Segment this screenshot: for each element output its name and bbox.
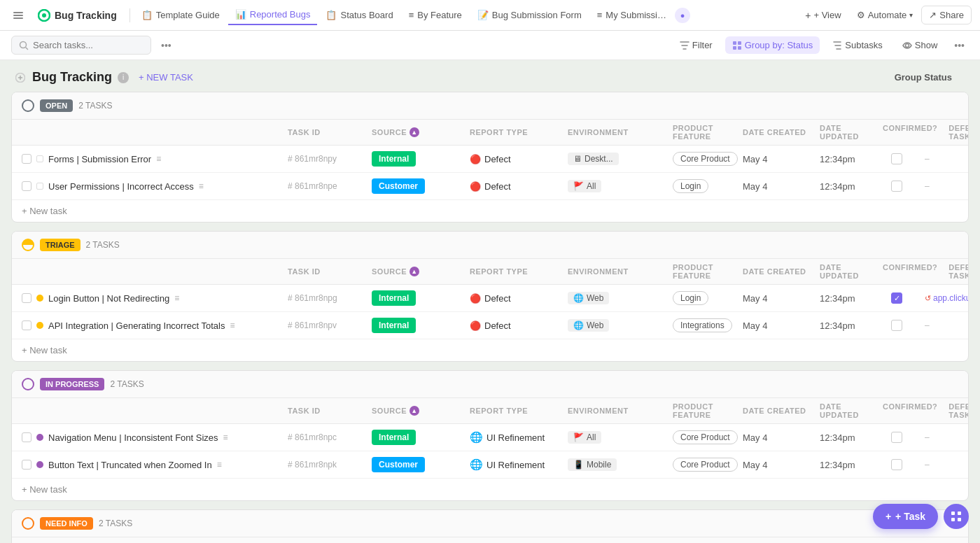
- task-product-feature-cell: Core Product: [673, 458, 743, 472]
- task-report-type-cell: 🔴 Defect: [470, 181, 568, 192]
- task-date-created-cell: May 4: [743, 432, 820, 443]
- task-source-cell: Internal: [372, 151, 470, 167]
- search-input[interactable]: [33, 40, 131, 50]
- tab-label-template-guide: Template Guide: [156, 10, 220, 20]
- group-header-triage: TRIAGE 2 TASKS: [12, 232, 968, 259]
- confirmed-checkbox[interactable]: [891, 432, 902, 443]
- filter-btn[interactable]: Filter: [673, 36, 720, 54]
- confirmed-checkbox[interactable]: [891, 181, 902, 192]
- group-toggle-inprogress[interactable]: [22, 378, 34, 390]
- task-checkbox[interactable]: [22, 181, 31, 191]
- info-icon[interactable]: i: [118, 72, 129, 83]
- add-view-btn[interactable]: + + View: [798, 6, 848, 24]
- group-toggle-triage[interactable]: [22, 239, 34, 251]
- defect-task-link[interactable]: ↺app.clickup.com: [925, 293, 969, 303]
- task-menu-icon[interactable]: ≡: [174, 293, 179, 303]
- toolbar-more-btn[interactable]: •••: [950, 37, 969, 54]
- defect-task-dash: –: [925, 432, 930, 442]
- confirmed-checkbox[interactable]: [891, 320, 902, 331]
- task-date-updated-cell: 12:34pm: [820, 320, 883, 331]
- svg-rect-0: [13, 12, 23, 13]
- subtasks-btn[interactable]: Subtasks: [825, 36, 889, 54]
- search-box[interactable]: [11, 36, 151, 55]
- more-options-btn[interactable]: •••: [157, 37, 176, 54]
- automate-btn[interactable]: ⚙ Automate ▾: [850, 6, 920, 24]
- group-status-badge-inprogress: IN PROGRESS: [40, 378, 104, 390]
- task-name-cell: User Permissions | Incorrect Access ≡: [22, 181, 288, 192]
- report-type-label: UI Refinement: [486, 432, 545, 443]
- emoji-grid-btn[interactable]: [944, 504, 969, 529]
- report-type-icon: 🌐: [470, 431, 483, 444]
- priority-dot: [36, 295, 43, 302]
- group-task-count-triage: 2 TASKS: [86, 240, 120, 250]
- task-checkbox[interactable]: [22, 320, 31, 330]
- task-menu-icon[interactable]: ≡: [156, 154, 161, 164]
- task-date-updated-cell: 12:34pm: [820, 432, 883, 443]
- new-task-btn[interactable]: + NEW TASK: [134, 70, 197, 85]
- defect-task-dash: –: [925, 320, 930, 330]
- feature-tag: Core Product: [673, 430, 738, 444]
- task-date-updated-cell: 12:34pm: [820, 154, 883, 164]
- tab-label-status-board: Status Board: [340, 10, 393, 20]
- task-checkbox[interactable]: [22, 432, 31, 442]
- tab-by-feature[interactable]: ≡ By Feature: [402, 6, 469, 24]
- grid-icon: [951, 511, 962, 522]
- source-sort-icon[interactable]: ▲: [410, 406, 419, 416]
- new-task-row-inprogress[interactable]: + New task: [12, 479, 968, 500]
- tab-my-submissions[interactable]: ≡ My Submissi…: [590, 6, 673, 24]
- task-report-type-cell: 🔴 Defect: [470, 293, 568, 304]
- task-menu-icon[interactable]: ≡: [217, 460, 222, 470]
- task-menu-icon[interactable]: ≡: [223, 432, 228, 442]
- group-toggle-needinfo[interactable]: [22, 517, 34, 530]
- col-reporttype-header: REPORT TYPE: [470, 407, 568, 415]
- new-task-row-open[interactable]: + New task: [12, 200, 968, 222]
- new-task-label: + NEW TASK: [139, 72, 193, 83]
- env-badge: 🚩 All: [568, 180, 601, 192]
- task-checkbox[interactable]: [22, 154, 31, 164]
- group-by-btn[interactable]: Group by: Status: [725, 36, 820, 54]
- confirmed-checkbox[interactable]: [891, 459, 902, 470]
- col-source-header: SOURCE ▲: [372, 127, 470, 137]
- source-sort-icon[interactable]: ▲: [410, 127, 419, 137]
- share-btn[interactable]: ↗ Share: [921, 6, 972, 24]
- group-header-needinfo: NEED INFO 2 TASKS: [12, 510, 968, 537]
- report-type-label: Defect: [484, 154, 511, 164]
- task-menu-icon[interactable]: ≡: [230, 320, 234, 330]
- task-confirmed-defect-cell: –: [883, 320, 969, 331]
- sidebar-toggle[interactable]: [8, 6, 28, 25]
- task-checkbox[interactable]: [22, 460, 31, 470]
- task-confirmed-defect-cell: –: [883, 153, 969, 164]
- task-date-updated-cell: 12:34pm: [820, 181, 883, 192]
- confirmed-checkbox[interactable]: [891, 153, 902, 164]
- task-checkbox[interactable]: [22, 293, 31, 303]
- tab-status-board[interactable]: 📋 Status Board: [318, 6, 400, 24]
- task-name-cell: Forms | Submission Error ≡: [22, 154, 288, 164]
- task-menu-icon[interactable]: ≡: [199, 181, 204, 191]
- task-name: Button Text | Truncated when Zoomed In: [48, 460, 212, 470]
- tab-reported-bugs[interactable]: 📊 Reported Bugs: [228, 5, 318, 25]
- tab-label-reported-bugs: Reported Bugs: [250, 9, 311, 20]
- task-report-type-cell: 🔴 Defect: [470, 154, 568, 164]
- more-tabs-icon[interactable]: ●: [675, 8, 690, 23]
- confirmed-cell: [883, 320, 911, 331]
- defect-task-cell: –: [925, 154, 969, 164]
- group-section-open: OPEN 2 TASKS TASK ID SOURCE ▲ REPORT TYP…: [11, 92, 969, 223]
- group-status-badge-open: OPEN: [40, 99, 73, 112]
- source-sort-icon[interactable]: ▲: [410, 267, 419, 276]
- group-toggle-open[interactable]: [22, 99, 34, 112]
- confirmed-cell: [883, 153, 911, 164]
- group-by-label: Group by: Status: [745, 40, 813, 50]
- fab-label: + Task: [895, 511, 925, 522]
- add-task-fab[interactable]: + + Task: [873, 504, 938, 529]
- task-id-cell: # 861mr8npg: [288, 293, 372, 303]
- collapse-toggle[interactable]: [14, 71, 27, 84]
- source-badge: Internal: [372, 290, 416, 306]
- tab-bug-submission-form[interactable]: 📝 Bug Submission Form: [470, 6, 589, 24]
- confirmed-checkbox[interactable]: ✓: [891, 292, 902, 304]
- source-badge: Internal: [372, 318, 416, 333]
- svg-rect-8: [733, 46, 736, 50]
- tab-template-guide[interactable]: 📋 Template Guide: [134, 6, 227, 24]
- new-task-row-triage[interactable]: + New task: [12, 339, 968, 361]
- show-btn[interactable]: Show: [895, 36, 945, 54]
- view-label: + View: [813, 10, 841, 20]
